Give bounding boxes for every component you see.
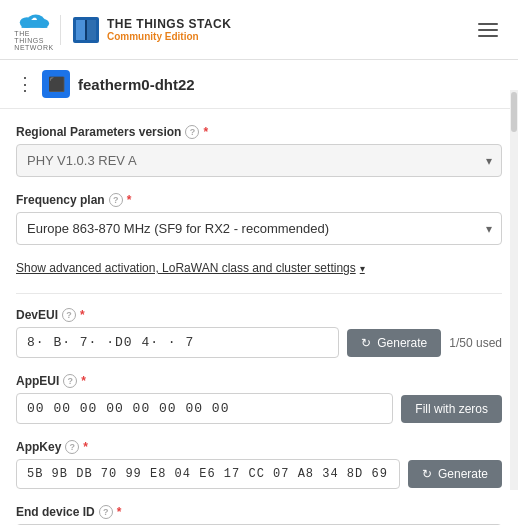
main-content: Regional Parameters version ? * PHY V1.0… xyxy=(0,109,518,525)
svg-rect-8 xyxy=(85,20,87,40)
separator xyxy=(16,293,502,294)
svg-rect-7 xyxy=(86,20,96,40)
scrollbar-thumb xyxy=(511,92,517,132)
frequency-plan-label-text: Frequency plan xyxy=(16,193,105,207)
appeui-group: AppEUI ? * Fill with zeros xyxy=(16,374,502,424)
book-icon xyxy=(71,15,101,45)
device-name: featherm0-dht22 xyxy=(78,76,195,93)
deveui-required: * xyxy=(80,308,85,322)
appeui-fill-zeros-button[interactable]: Fill with zeros xyxy=(401,395,502,423)
deveui-label: DevEUI ? * xyxy=(16,308,502,322)
frequency-plan-required: * xyxy=(127,193,132,207)
appkey-generate-icon: ↻ xyxy=(422,467,432,481)
header-logos: ☁ THE THINGSNETWORK THE THINGS STACK Com… xyxy=(16,8,231,51)
cloud-icon: ☁ xyxy=(18,8,50,30)
end-device-id-label: End device ID ? * xyxy=(16,505,502,519)
sub-header: ⋮ ⬛ featherm0-dht22 xyxy=(0,60,518,109)
appkey-generate-label: Generate xyxy=(438,467,488,481)
device-icon: ⬛ xyxy=(42,70,70,98)
tts-logo[interactable]: THE THINGS STACK Community Edition xyxy=(60,15,231,45)
svg-rect-3 xyxy=(22,23,48,28)
advanced-link-text: Show advanced activation, LoRaWAN class … xyxy=(16,261,356,275)
appeui-info-icon[interactable]: ? xyxy=(63,374,77,388)
appkey-required: * xyxy=(83,440,88,454)
ttn-text: THE THINGSNETWORK xyxy=(14,30,53,51)
svg-rect-6 xyxy=(76,20,86,40)
frequency-plan-info-icon[interactable]: ? xyxy=(109,193,123,207)
main-header: ☁ THE THINGSNETWORK THE THINGS STACK Com… xyxy=(0,0,518,60)
scrollbar[interactable] xyxy=(510,90,518,490)
advanced-link[interactable]: Show advanced activation, LoRaWAN class … xyxy=(16,261,502,275)
deveui-label-text: DevEUI xyxy=(16,308,58,322)
deveui-used-count: 1/50 used xyxy=(449,336,502,350)
regional-params-label: Regional Parameters version ? * xyxy=(16,125,502,139)
appkey-info-icon[interactable]: ? xyxy=(65,440,79,454)
frequency-plan-group: Frequency plan ? * Europe 863-870 MHz (S… xyxy=(16,193,502,245)
tts-title: THE THINGS STACK xyxy=(107,17,231,31)
regional-params-required: * xyxy=(203,125,208,139)
end-device-id-info-icon[interactable]: ? xyxy=(99,505,113,519)
end-device-id-group: End device ID ? * This value is automati… xyxy=(16,505,502,525)
appkey-input-row: ↻ Generate xyxy=(16,459,502,489)
appeui-label-text: AppEUI xyxy=(16,374,59,388)
appkey-label: AppKey ? * xyxy=(16,440,502,454)
end-device-id-label-text: End device ID xyxy=(16,505,95,519)
ttn-logo[interactable]: ☁ THE THINGSNETWORK xyxy=(16,8,52,51)
deveui-generate-icon: ↻ xyxy=(361,336,371,350)
deveui-group: DevEUI ? * ↻ Generate 1/50 used xyxy=(16,308,502,358)
frequency-plan-select[interactable]: Europe 863-870 MHz (SF9 for RX2 - recomm… xyxy=(16,212,502,245)
device-icon-symbol: ⬛ xyxy=(48,76,65,92)
end-device-id-required: * xyxy=(117,505,122,519)
frequency-plan-select-wrapper: Europe 863-870 MHz (SF9 for RX2 - recomm… xyxy=(16,212,502,245)
svg-text:☁: ☁ xyxy=(31,14,37,21)
sub-menu-dots[interactable]: ⋮ xyxy=(16,73,32,95)
hamburger-menu[interactable] xyxy=(474,19,502,41)
regional-params-info-icon[interactable]: ? xyxy=(185,125,199,139)
regional-params-label-text: Regional Parameters version xyxy=(16,125,181,139)
regional-params-select[interactable]: PHY V1.0.3 REV A xyxy=(16,144,502,177)
appeui-input[interactable] xyxy=(16,393,393,424)
frequency-plan-label: Frequency plan ? * xyxy=(16,193,502,207)
deveui-input-row: ↻ Generate 1/50 used xyxy=(16,327,502,358)
regional-params-select-wrapper: PHY V1.0.3 REV A ▾ xyxy=(16,144,502,177)
deveui-input[interactable] xyxy=(16,327,339,358)
appeui-required: * xyxy=(81,374,86,388)
regional-params-group: Regional Parameters version ? * PHY V1.0… xyxy=(16,125,502,177)
appkey-input[interactable] xyxy=(16,459,400,489)
appkey-generate-button[interactable]: ↻ Generate xyxy=(408,460,502,488)
deveui-info-icon[interactable]: ? xyxy=(62,308,76,322)
appkey-group: AppKey ? * ↻ Generate xyxy=(16,440,502,489)
deveui-generate-label: Generate xyxy=(377,336,427,350)
appeui-label: AppEUI ? * xyxy=(16,374,502,388)
advanced-link-chevron-icon: ▾ xyxy=(360,263,365,274)
appkey-label-text: AppKey xyxy=(16,440,61,454)
deveui-generate-button[interactable]: ↻ Generate xyxy=(347,329,441,357)
tts-text: THE THINGS STACK Community Edition xyxy=(107,17,231,42)
appeui-input-row: Fill with zeros xyxy=(16,393,502,424)
tts-subtitle: Community Edition xyxy=(107,31,231,42)
hamburger-line-3 xyxy=(478,35,498,37)
hamburger-line-1 xyxy=(478,23,498,25)
hamburger-line-2 xyxy=(478,29,498,31)
